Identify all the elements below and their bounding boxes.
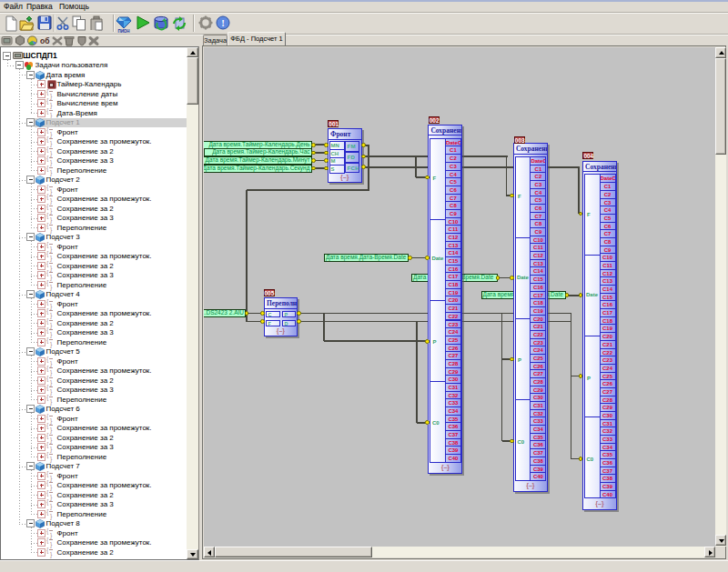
svg-text:об: об: [40, 36, 49, 45]
svg-text:ПИОН: ПИОН: [117, 29, 129, 34]
svg-text:!: !: [221, 17, 225, 28]
